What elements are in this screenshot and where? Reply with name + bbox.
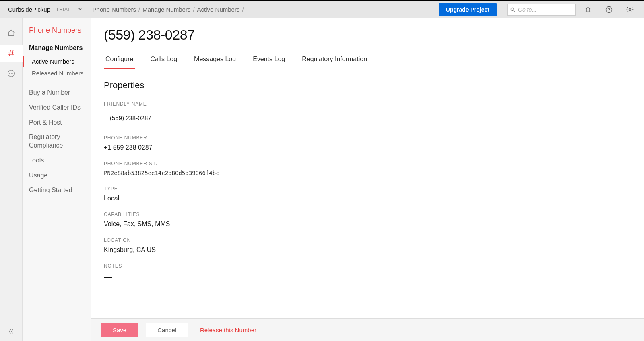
svg-line-8	[586, 11, 587, 12]
sidebar-item-verified-caller-ids[interactable]: Verified Caller IDs	[23, 100, 91, 115]
breadcrumb-item[interactable]: Active Numbers	[197, 6, 240, 13]
prop-value: —	[104, 272, 466, 281]
prop-friendly-name: FRIENDLY NAME	[104, 101, 466, 125]
section-title-properties: Properties	[104, 80, 628, 91]
sidebar-item-buy-number[interactable]: Buy a Number	[23, 85, 91, 100]
tab-calls-log[interactable]: Calls Log	[149, 52, 179, 69]
sidebar-item-getting-started[interactable]: Getting Started	[23, 183, 91, 198]
search-wrap[interactable]	[507, 4, 576, 16]
svg-line-6	[586, 8, 587, 9]
save-button[interactable]: Save	[101, 323, 138, 337]
sidebar-item-active-numbers[interactable]: Active Numbers	[23, 56, 91, 67]
footer-action-bar: Save Cancel Release this Number	[91, 318, 644, 341]
svg-line-15	[9, 50, 10, 56]
breadcrumb-item[interactable]: Phone Numbers	[93, 6, 136, 13]
friendly-name-input[interactable]	[104, 110, 462, 125]
release-number-link[interactable]: Release this Number	[200, 326, 256, 333]
prop-label: LOCATION	[104, 237, 466, 243]
tab-regulatory-information[interactable]: Regulatory Information	[300, 52, 369, 69]
settings-gear-icon[interactable]	[621, 1, 638, 18]
rail-more-icon[interactable]	[0, 65, 23, 82]
sidebar-item-released-numbers[interactable]: Released Numbers	[23, 67, 91, 79]
svg-point-14	[629, 8, 631, 10]
debug-icon[interactable]	[580, 1, 597, 18]
prop-value: Voice, Fax, SMS, MMS	[104, 220, 466, 228]
tab-events-log[interactable]: Events Log	[251, 52, 287, 69]
search-input[interactable]	[518, 6, 573, 13]
main-panel: (559) 238-0287 Configure Calls Log Messa…	[91, 18, 644, 341]
prop-value: PN2e88ab53825ee14c2d80d5d39066f4bc	[104, 170, 466, 176]
prop-label: NOTES	[104, 263, 466, 269]
upgrade-project-button[interactable]: Upgrade Project	[439, 3, 497, 16]
svg-point-20	[9, 73, 10, 74]
rail-phone-numbers-icon[interactable]	[0, 45, 23, 62]
breadcrumb: Phone Numbers / Manage Numbers / Active …	[93, 6, 244, 13]
breadcrumb-separator: /	[138, 6, 140, 13]
prop-label: PHONE NUMBER SID	[104, 161, 466, 166]
sidebar-item-usage[interactable]: Usage	[23, 168, 91, 183]
rail-collapse-icon[interactable]	[0, 322, 23, 341]
svg-point-22	[12, 73, 13, 74]
prop-label: PHONE NUMBER	[104, 135, 466, 141]
svg-point-13	[609, 11, 609, 11]
rail-home-icon[interactable]	[0, 25, 23, 42]
breadcrumb-separator: /	[193, 6, 194, 13]
page-title: (559) 238-0287	[104, 27, 628, 43]
prop-value: +1 559 238 0287	[104, 144, 466, 151]
search-icon	[510, 7, 516, 12]
svg-point-0	[511, 8, 514, 10]
sidebar: Phone Numbers Manage Numbers Active Numb…	[23, 18, 91, 341]
trial-badge: TRIAL	[56, 7, 71, 12]
prop-value: Kingsburg, CA US	[104, 246, 466, 254]
svg-line-9	[589, 11, 590, 12]
prop-location: LOCATION Kingsburg, CA US	[104, 237, 466, 254]
prop-sid: PHONE NUMBER SID PN2e88ab53825ee14c2d80d…	[104, 161, 466, 176]
prop-notes: NOTES —	[104, 263, 466, 281]
breadcrumb-item[interactable]: Manage Numbers	[142, 6, 190, 13]
sidebar-item-port-host[interactable]: Port & Host	[23, 115, 91, 130]
sidebar-item-tools[interactable]: Tools	[23, 153, 91, 168]
help-icon[interactable]	[601, 1, 617, 18]
tab-bar: Configure Calls Log Messages Log Events …	[104, 52, 628, 69]
top-bar: CurbsidePickup TRIAL Phone Numbers / Man…	[0, 1, 644, 18]
icon-rail	[0, 18, 23, 341]
svg-line-1	[513, 10, 514, 11]
svg-point-21	[11, 73, 12, 74]
sidebar-title[interactable]: Phone Numbers	[23, 26, 91, 42]
svg-line-16	[12, 50, 13, 56]
prop-label: TYPE	[104, 186, 466, 191]
prop-type: TYPE Local	[104, 186, 466, 202]
cancel-button[interactable]: Cancel	[146, 323, 188, 337]
svg-line-11	[589, 7, 589, 8]
svg-line-10	[587, 7, 588, 8]
project-name[interactable]: CurbsidePickup	[8, 6, 50, 13]
prop-value: Local	[104, 195, 466, 202]
prop-capabilities: CAPABILITIES Voice, Fax, SMS, MMS	[104, 212, 466, 228]
breadcrumb-separator: /	[242, 6, 244, 13]
tab-configure[interactable]: Configure	[104, 52, 135, 69]
project-switcher-chevron-icon[interactable]	[77, 6, 83, 13]
sidebar-item-regulatory-compliance[interactable]: Regulatory Compliance	[23, 130, 91, 153]
prop-label: CAPABILITIES	[104, 212, 466, 217]
prop-phone-number: PHONE NUMBER +1 559 238 0287	[104, 135, 466, 151]
prop-label: FRIENDLY NAME	[104, 101, 466, 107]
tab-messages-log[interactable]: Messages Log	[192, 52, 237, 69]
svg-line-7	[589, 8, 590, 9]
sidebar-heading-manage[interactable]: Manage Numbers	[23, 42, 91, 56]
